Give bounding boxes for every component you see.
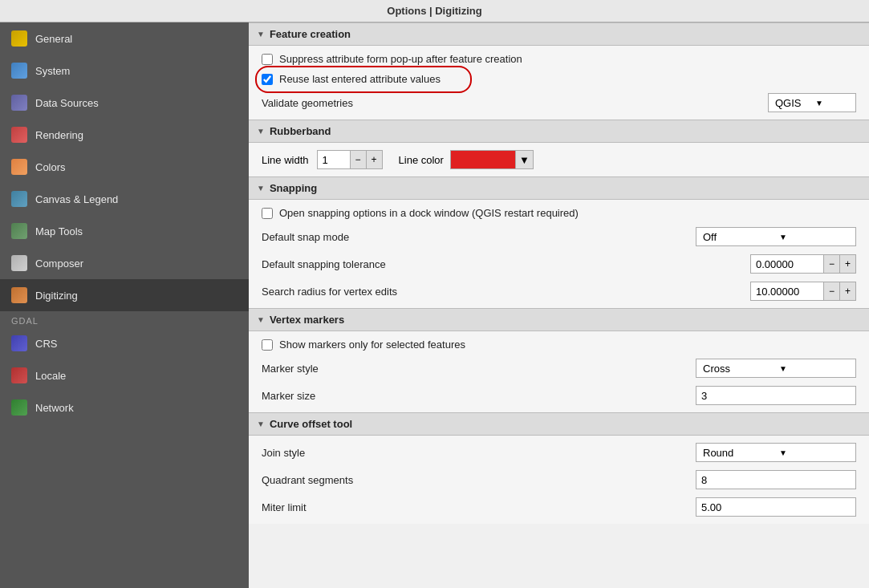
show-markers-row: Show markers only for selected features (249, 335, 869, 355)
snapping-header: ▼ Snapping (249, 176, 869, 200)
rubberband-row: Line width − + Line color ▼ (249, 146, 869, 173)
default-snapping-tolerance-spinbox[interactable]: − + (750, 254, 856, 274)
title-text: Options | Digitizing (387, 5, 481, 17)
quadrant-segments-row: Quadrant segments 8 (249, 466, 869, 493)
tolerance-increase-btn[interactable]: + (839, 255, 855, 273)
sidebar-label-rendering: Rendering (35, 129, 83, 141)
rubberband-arrow: ▼ (257, 127, 265, 136)
join-style-label: Join style (262, 447, 696, 459)
tolerance-decrease-btn[interactable]: − (823, 255, 839, 273)
marker-style-dropdown[interactable]: Cross ▼ (696, 359, 856, 378)
miter-limit-label: Miter limit (262, 501, 696, 513)
join-style-arrow: ▼ (779, 448, 849, 457)
vertex-markers-header: ▼ Vertex markers (249, 308, 869, 331)
suppress-attribute-label: Suppress attribute form pop-up after fea… (279, 53, 522, 65)
locale-icon (11, 367, 27, 383)
sidebar-label-composer: Composer (35, 258, 83, 270)
rubberband-title: Rubberband (270, 125, 331, 137)
validate-geometries-value: QGIS (775, 97, 809, 109)
vertex-markers-title: Vertex markers (270, 314, 344, 326)
sidebar-item-colors[interactable]: Colors (0, 151, 249, 183)
rubberband-body: Line width − + Line color ▼ (249, 143, 869, 176)
sidebar-item-general[interactable]: General (0, 22, 249, 55)
sidebar-item-composer[interactable]: Composer (0, 247, 249, 279)
validate-geometries-dropdown[interactable]: QGIS ▼ (768, 93, 856, 112)
sidebar-label-data-sources: Data Sources (35, 97, 99, 109)
sidebar-label-system: System (35, 65, 70, 77)
digitizing-icon (11, 287, 27, 303)
default-snapping-tolerance-input[interactable] (751, 255, 823, 273)
sidebar-label-canvas-legend: Canvas & Legend (35, 193, 118, 205)
curve-offset-title: Curve offset tool (270, 418, 352, 430)
content-area: ▼ Feature creation Suppress attribute fo… (249, 22, 869, 588)
line-color-swatch (451, 151, 515, 168)
search-radius-row: Search radius for vertex edits − + (249, 278, 869, 305)
open-snapping-label: Open snapping options in a dock window (… (279, 207, 579, 219)
quadrant-segments-label: Quadrant segments (262, 474, 696, 486)
validate-geometries-arrow: ▼ (815, 99, 849, 107)
sidebar-item-data-sources[interactable]: Data Sources (0, 87, 249, 119)
search-radius-increase-btn[interactable]: + (839, 282, 855, 300)
open-snapping-checkbox[interactable] (262, 208, 273, 219)
line-width-decrease-btn[interactable]: − (350, 151, 366, 168)
line-color-label: Line color (399, 154, 444, 166)
curve-offset-body: Join style Round ▼ Quadrant segments 8 M… (249, 436, 869, 524)
line-width-input[interactable] (318, 151, 350, 168)
sidebar-item-digitizing[interactable]: Digitizing (0, 279, 249, 311)
default-snap-mode-value: Off (703, 231, 773, 243)
validate-geometries-label: Validate geometries (262, 97, 761, 109)
sidebar-label-locale: Locale (35, 370, 66, 382)
search-radius-input[interactable] (751, 282, 823, 300)
sidebar-label-general: General (35, 33, 72, 45)
sidebar-item-map-tools[interactable]: Map Tools (0, 215, 249, 247)
network-icon (11, 399, 27, 416)
join-style-dropdown[interactable]: Round ▼ (696, 443, 856, 462)
join-style-row: Join style Round ▼ (249, 439, 869, 466)
suppress-attribute-checkbox[interactable] (262, 54, 273, 65)
rendering-icon (11, 127, 27, 143)
line-width-spinbox[interactable]: − + (317, 150, 383, 169)
snapping-body: Open snapping options in a dock window (… (249, 200, 869, 308)
maptools-icon (11, 223, 27, 239)
crs-icon (11, 335, 27, 351)
sidebar-item-canvas-legend[interactable]: Canvas & Legend (0, 183, 249, 215)
search-radius-spinbox[interactable]: − + (750, 282, 856, 301)
line-color-button[interactable]: ▼ (450, 150, 534, 169)
rubberband-header: ▼ Rubberband (249, 120, 869, 143)
sidebar-label-colors: Colors (35, 161, 66, 173)
gdal-section-label: GDAL (0, 311, 249, 327)
sidebar-label-network: Network (35, 402, 74, 414)
show-markers-checkbox[interactable] (262, 339, 273, 351)
sidebar-item-rendering[interactable]: Rendering (0, 119, 249, 151)
sidebar-label-digitizing: Digitizing (35, 290, 78, 302)
search-radius-decrease-btn[interactable]: − (823, 282, 839, 300)
feature-creation-body: Suppress attribute form pop-up after fea… (249, 46, 869, 120)
reuse-last-label: Reuse last entered attribute values (279, 73, 441, 85)
default-snap-mode-label: Default snap mode (262, 231, 696, 243)
sidebar-item-locale[interactable]: Locale (0, 359, 249, 391)
snapping-title: Snapping (270, 182, 317, 194)
default-snap-mode-dropdown[interactable]: Off ▼ (696, 227, 856, 246)
composer-icon (11, 255, 27, 271)
sidebar-item-system[interactable]: System (0, 55, 249, 87)
line-width-increase-btn[interactable]: + (366, 151, 382, 168)
suppress-attribute-row: Suppress attribute form pop-up after fea… (249, 49, 869, 69)
quadrant-segments-value[interactable]: 8 (696, 470, 856, 489)
feature-creation-title: Feature creation (270, 28, 351, 40)
feature-creation-arrow: ▼ (257, 30, 265, 39)
line-color-dropdown-btn[interactable]: ▼ (515, 151, 533, 168)
sidebar-item-crs[interactable]: CRS (0, 327, 249, 359)
marker-style-row: Marker style Cross ▼ (249, 355, 869, 382)
validate-geometries-row: Validate geometries QGIS ▼ (249, 89, 869, 116)
default-snap-mode-row: Default snap mode Off ▼ (249, 223, 869, 250)
marker-size-row: Marker size 3 (249, 382, 869, 409)
marker-size-value[interactable]: 3 (696, 386, 856, 405)
sidebar-item-network[interactable]: Network (0, 391, 249, 424)
colors-icon (11, 159, 27, 175)
general-icon (11, 30, 27, 47)
miter-limit-value[interactable]: 5.00 (696, 497, 856, 517)
join-style-value: Round (703, 447, 773, 459)
sidebar-label-map-tools: Map Tools (35, 225, 83, 237)
marker-style-value: Cross (703, 363, 773, 375)
reuse-last-checkbox[interactable] (262, 74, 273, 85)
